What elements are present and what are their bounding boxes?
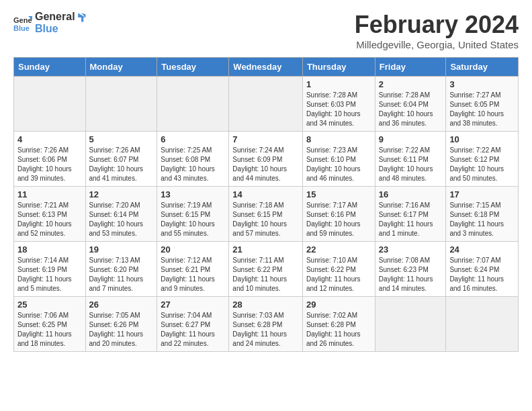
day-info: Sunrise: 7:25 AM Sunset: 6:08 PM Dayligh… (161, 146, 225, 183)
calendar-cell (229, 77, 303, 132)
day-info: Sunrise: 7:27 AM Sunset: 6:05 PM Dayligh… (449, 91, 515, 128)
calendar-cell: 11Sunrise: 7:21 AM Sunset: 6:13 PM Dayli… (14, 187, 86, 242)
day-number: 22 (306, 244, 371, 255)
day-info: Sunrise: 7:04 AM Sunset: 6:27 PM Dayligh… (161, 311, 225, 349)
calendar-cell (446, 297, 519, 352)
calendar-cell: 26Sunrise: 7:05 AM Sunset: 6:26 PM Dayli… (85, 297, 157, 352)
calendar-cell: 5Sunrise: 7:26 AM Sunset: 6:07 PM Daylig… (85, 132, 157, 187)
calendar-cell: 27Sunrise: 7:04 AM Sunset: 6:27 PM Dayli… (157, 297, 229, 352)
calendar-cell: 15Sunrise: 7:17 AM Sunset: 6:16 PM Dayli… (302, 187, 375, 242)
calendar-cell: 22Sunrise: 7:10 AM Sunset: 6:22 PM Dayli… (302, 242, 375, 297)
day-number: 21 (232, 244, 299, 255)
day-info: Sunrise: 7:26 AM Sunset: 6:07 PM Dayligh… (89, 146, 154, 183)
logo-general: General (35, 11, 75, 22)
calendar-cell (157, 77, 229, 132)
calendar-cell (375, 297, 446, 352)
day-info: Sunrise: 7:15 AM Sunset: 6:18 PM Dayligh… (449, 201, 515, 238)
calendar-cell: 21Sunrise: 7:11 AM Sunset: 6:22 PM Dayli… (229, 242, 303, 297)
logo-arrow-icon (76, 12, 87, 23)
day-number: 4 (17, 134, 82, 144)
day-info: Sunrise: 7:14 AM Sunset: 6:19 PM Dayligh… (17, 256, 82, 293)
day-info: Sunrise: 7:19 AM Sunset: 6:15 PM Dayligh… (161, 201, 225, 238)
day-number: 28 (232, 300, 299, 310)
day-header-sunday: Sunday (14, 58, 86, 77)
day-info: Sunrise: 7:13 AM Sunset: 6:20 PM Dayligh… (89, 256, 154, 293)
day-info: Sunrise: 7:23 AM Sunset: 6:10 PM Dayligh… (306, 146, 371, 183)
day-number: 6 (161, 134, 225, 144)
day-number: 15 (306, 189, 371, 199)
day-info: Sunrise: 7:03 AM Sunset: 6:28 PM Dayligh… (232, 311, 299, 349)
day-header-tuesday: Tuesday (157, 58, 229, 77)
day-header-monday: Monday (85, 58, 157, 77)
day-number: 2 (379, 79, 443, 89)
logo-icon: General Blue (13, 13, 32, 32)
day-info: Sunrise: 7:22 AM Sunset: 6:11 PM Dayligh… (379, 146, 443, 183)
day-info: Sunrise: 7:02 AM Sunset: 6:28 PM Dayligh… (306, 311, 371, 349)
day-number: 10 (449, 134, 515, 144)
day-info: Sunrise: 7:22 AM Sunset: 6:12 PM Dayligh… (449, 146, 515, 183)
calendar-cell: 19Sunrise: 7:13 AM Sunset: 6:20 PM Dayli… (85, 242, 157, 297)
day-info: Sunrise: 7:07 AM Sunset: 6:24 PM Dayligh… (449, 256, 515, 293)
calendar-cell: 9Sunrise: 7:22 AM Sunset: 6:11 PM Daylig… (375, 132, 446, 187)
calendar-cell: 13Sunrise: 7:19 AM Sunset: 6:15 PM Dayli… (157, 187, 229, 242)
day-number: 1 (306, 79, 371, 89)
calendar-cell: 24Sunrise: 7:07 AM Sunset: 6:24 PM Dayli… (446, 242, 519, 297)
day-number: 8 (306, 134, 371, 144)
main-title: February 2024 (355, 11, 519, 39)
day-number: 19 (89, 244, 154, 255)
day-info: Sunrise: 7:05 AM Sunset: 6:26 PM Dayligh… (89, 311, 154, 349)
day-number: 7 (232, 134, 299, 144)
calendar-cell: 18Sunrise: 7:14 AM Sunset: 6:19 PM Dayli… (14, 242, 86, 297)
day-header-friday: Friday (375, 58, 446, 77)
calendar-cell: 12Sunrise: 7:20 AM Sunset: 6:14 PM Dayli… (85, 187, 157, 242)
day-number: 13 (161, 189, 225, 199)
day-info: Sunrise: 7:24 AM Sunset: 6:09 PM Dayligh… (232, 146, 299, 183)
day-number: 20 (161, 244, 225, 255)
calendar-cell: 10Sunrise: 7:22 AM Sunset: 6:12 PM Dayli… (446, 132, 519, 187)
day-number: 24 (449, 244, 515, 255)
day-info: Sunrise: 7:16 AM Sunset: 6:17 PM Dayligh… (379, 201, 443, 238)
day-info: Sunrise: 7:21 AM Sunset: 6:13 PM Dayligh… (17, 201, 82, 238)
day-info: Sunrise: 7:26 AM Sunset: 6:06 PM Dayligh… (17, 146, 82, 183)
calendar-cell: 23Sunrise: 7:08 AM Sunset: 6:23 PM Dayli… (375, 242, 446, 297)
calendar-cell (85, 77, 157, 132)
logo: General Blue General Blue (13, 11, 87, 34)
day-info: Sunrise: 7:28 AM Sunset: 6:04 PM Dayligh… (379, 91, 443, 128)
day-number: 9 (379, 134, 443, 144)
day-number: 3 (449, 79, 515, 89)
header: General Blue General Blue February 2024 … (13, 11, 519, 50)
calendar-cell: 6Sunrise: 7:25 AM Sunset: 6:08 PM Daylig… (157, 132, 229, 187)
day-number: 25 (17, 300, 82, 310)
day-info: Sunrise: 7:06 AM Sunset: 6:25 PM Dayligh… (17, 311, 82, 349)
day-number: 17 (449, 189, 515, 199)
day-number: 29 (306, 300, 371, 310)
calendar-cell: 25Sunrise: 7:06 AM Sunset: 6:25 PM Dayli… (14, 297, 86, 352)
calendar-cell: 28Sunrise: 7:03 AM Sunset: 6:28 PM Dayli… (229, 297, 303, 352)
day-number: 12 (89, 189, 154, 199)
calendar-cell (14, 77, 86, 132)
logo-blue: Blue (35, 23, 87, 35)
calendar-cell: 14Sunrise: 7:18 AM Sunset: 6:15 PM Dayli… (229, 187, 303, 242)
calendar-cell: 1Sunrise: 7:28 AM Sunset: 6:03 PM Daylig… (302, 77, 375, 132)
day-info: Sunrise: 7:20 AM Sunset: 6:14 PM Dayligh… (89, 201, 154, 238)
day-number: 27 (161, 300, 225, 310)
calendar-cell: 17Sunrise: 7:15 AM Sunset: 6:18 PM Dayli… (446, 187, 519, 242)
day-number: 16 (379, 189, 443, 199)
day-info: Sunrise: 7:08 AM Sunset: 6:23 PM Dayligh… (379, 256, 443, 293)
day-number: 14 (232, 189, 299, 199)
day-header-wednesday: Wednesday (229, 58, 303, 77)
day-number: 5 (89, 134, 154, 144)
svg-text:Blue: Blue (13, 24, 30, 32)
day-info: Sunrise: 7:17 AM Sunset: 6:16 PM Dayligh… (306, 201, 371, 238)
calendar-cell: 2Sunrise: 7:28 AM Sunset: 6:04 PM Daylig… (375, 77, 446, 132)
calendar-cell: 4Sunrise: 7:26 AM Sunset: 6:06 PM Daylig… (14, 132, 86, 187)
day-info: Sunrise: 7:12 AM Sunset: 6:21 PM Dayligh… (161, 256, 225, 293)
day-info: Sunrise: 7:28 AM Sunset: 6:03 PM Dayligh… (306, 91, 371, 128)
day-number: 26 (89, 300, 154, 310)
day-number: 11 (17, 189, 82, 199)
title-area: February 2024 Milledgeville, Georgia, Un… (355, 11, 519, 50)
subtitle: Milledgeville, Georgia, United States (355, 39, 519, 50)
day-header-thursday: Thursday (302, 58, 375, 77)
calendar-cell: 29Sunrise: 7:02 AM Sunset: 6:28 PM Dayli… (302, 297, 375, 352)
day-info: Sunrise: 7:10 AM Sunset: 6:22 PM Dayligh… (306, 256, 371, 293)
